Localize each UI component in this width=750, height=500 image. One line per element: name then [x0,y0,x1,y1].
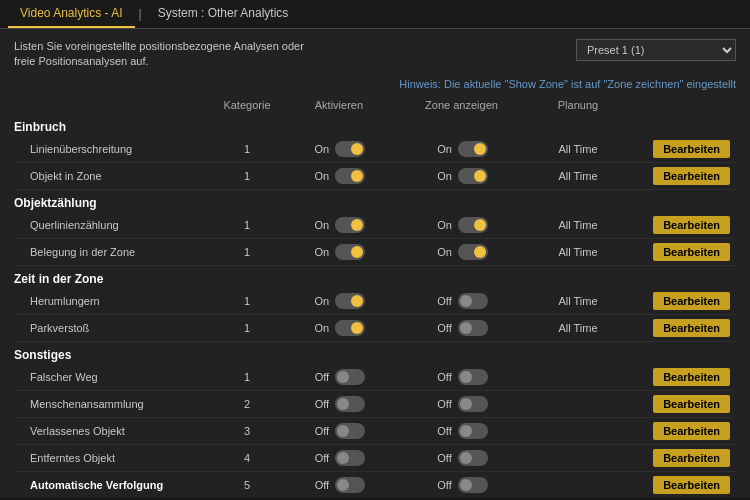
toggle-label: Off [313,452,331,464]
toggle-switch[interactable] [335,423,365,439]
edit-button[interactable]: Bearbeiten [653,368,730,386]
toggle[interactable]: On [313,168,365,184]
toggle-switch[interactable] [335,168,365,184]
toggle-switch[interactable] [458,217,488,233]
toggle-label: Off [436,371,454,383]
edit-button[interactable]: Bearbeiten [653,449,730,467]
tab-other-analytics[interactable]: System : Other Analytics [146,0,301,28]
toggle-switch[interactable] [335,396,365,412]
toggle-switch[interactable] [335,293,365,309]
toggle-switch[interactable] [458,293,488,309]
row-edit: Bearbeiten [627,162,736,189]
table-row: Parkverstoß 1 On Off All Time Bearbeiten [14,314,736,341]
row-edit: Bearbeiten [627,238,736,265]
toggle-switch[interactable] [458,369,488,385]
row-zone[interactable]: Off [394,417,529,444]
row-zone[interactable]: Off [394,314,529,341]
toggle[interactable]: Off [436,369,488,385]
row-planung [529,471,627,497]
toggle[interactable]: On [313,217,365,233]
description-text: Listen Sie voreingestellte positionsbezo… [14,39,314,70]
row-zone[interactable]: On [394,136,529,163]
edit-button[interactable]: Bearbeiten [653,395,730,413]
row-zone[interactable]: Off [394,390,529,417]
toggle[interactable]: On [313,141,365,157]
toggle-switch[interactable] [458,141,488,157]
row-akt[interactable]: On [284,162,394,189]
row-zone[interactable]: Off [394,444,529,471]
edit-button[interactable]: Bearbeiten [653,140,730,158]
row-akt[interactable]: Off [284,417,394,444]
toggle[interactable]: Off [436,320,488,336]
tab-bar: Video Analytics - AI|System : Other Anal… [0,0,750,29]
tab-video-analytics[interactable]: Video Analytics - AI [8,0,135,28]
toggle[interactable]: On [436,217,488,233]
toggle-label: On [436,170,454,182]
toggle-label: On [313,219,331,231]
toggle[interactable]: Off [313,450,365,466]
toggle-switch[interactable] [335,141,365,157]
row-akt[interactable]: On [284,238,394,265]
edit-button[interactable]: Bearbeiten [653,167,730,185]
toggle-switch[interactable] [335,320,365,336]
toggle-label: Off [313,479,331,491]
toggle[interactable]: Off [313,423,365,439]
row-akt[interactable]: On [284,212,394,239]
toggle[interactable]: Off [436,293,488,309]
row-zone[interactable]: On [394,162,529,189]
edit-button[interactable]: Bearbeiten [653,422,730,440]
edit-button[interactable]: Bearbeiten [653,243,730,261]
toggle[interactable]: On [313,293,365,309]
row-akt[interactable]: On [284,288,394,315]
row-zone[interactable]: Off [394,471,529,497]
toggle-switch[interactable] [458,320,488,336]
row-zone[interactable]: Off [394,364,529,391]
row-akt[interactable]: Off [284,390,394,417]
toggle[interactable]: Off [313,396,365,412]
edit-button[interactable]: Bearbeiten [653,292,730,310]
table-row: Entferntes Objekt 4 Off Off Bearbeiten [14,444,736,471]
row-zone[interactable]: On [394,212,529,239]
preset-dropdown[interactable]: Preset 1 (1)Preset 2Preset 3 [576,39,736,61]
row-akt[interactable]: On [284,314,394,341]
row-akt[interactable]: Off [284,364,394,391]
toggle-switch[interactable] [458,168,488,184]
toggle-switch[interactable] [458,477,488,493]
toggle[interactable]: On [436,168,488,184]
toggle-knob [337,479,349,491]
toggle-knob [337,452,349,464]
toggle[interactable]: On [313,320,365,336]
toggle-switch[interactable] [335,217,365,233]
edit-button[interactable]: Bearbeiten [653,319,730,337]
toggle[interactable]: Off [436,477,488,493]
row-akt[interactable]: Off [284,444,394,471]
edit-button[interactable]: Bearbeiten [653,216,730,234]
toggle-switch[interactable] [458,396,488,412]
row-kat: 1 [210,212,284,239]
row-name: Menschenansammlung [14,390,210,417]
toggle[interactable]: On [436,141,488,157]
toggle-switch[interactable] [458,450,488,466]
toggle-knob [460,398,472,410]
toggle[interactable]: On [313,244,365,260]
toggle[interactable]: Off [313,369,365,385]
toggle[interactable]: On [436,244,488,260]
row-zone[interactable]: On [394,238,529,265]
edit-button[interactable]: Bearbeiten [653,476,730,494]
toggle[interactable]: Off [436,450,488,466]
row-akt[interactable]: Off [284,471,394,497]
toggle-knob [351,322,363,334]
toggle-switch[interactable] [458,244,488,260]
toggle[interactable]: Off [313,477,365,493]
toggle-switch[interactable] [335,477,365,493]
toggle[interactable]: Off [436,423,488,439]
toggle-switch[interactable] [335,450,365,466]
toggle-switch[interactable] [335,244,365,260]
row-zone[interactable]: Off [394,288,529,315]
toggle[interactable]: Off [436,396,488,412]
toggle-switch[interactable] [335,369,365,385]
tab-separator: | [135,0,146,28]
row-akt[interactable]: On [284,136,394,163]
table-row: Linienüberschreitung 1 On On All Time Be… [14,136,736,163]
toggle-switch[interactable] [458,423,488,439]
